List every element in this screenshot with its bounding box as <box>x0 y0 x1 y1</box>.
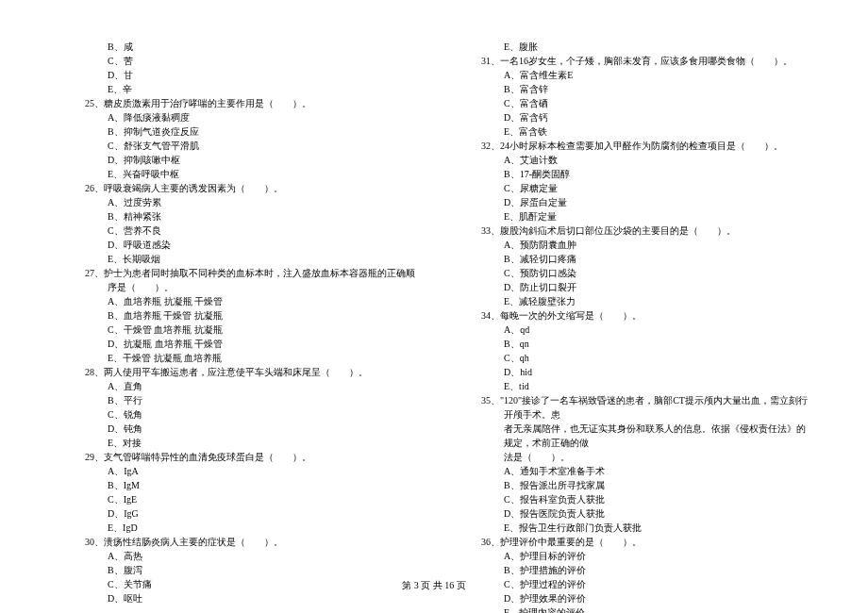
option: C、苦 <box>57 54 415 68</box>
question-28: 28、两人使用平车搬运患者，应注意使平车头端和床尾呈（ ）。 <box>57 365 415 379</box>
question-32: 32、24小时尿标本检查需要加入甲醛作为防腐剂的检查项目是（ ）。 <box>453 139 811 153</box>
option: A、通知手术室准备手术 <box>453 464 811 478</box>
option: E、IgD <box>57 521 415 535</box>
option: E、辛 <box>57 82 415 96</box>
option: C、报告科室负责人获批 <box>453 492 811 506</box>
question-35-cont: 者无亲属陪伴，也无证实其身份和联系人的信息。依据《侵权责任法》的规定，术前正确的… <box>453 422 811 450</box>
page-footer: 第 3 页 共 16 页 <box>0 579 868 592</box>
option: E、腹胀 <box>453 40 811 54</box>
question-31: 31、一名16岁女生，个子矮，胸部未发育，应该多食用哪类食物（ ）。 <box>453 54 811 68</box>
option: A、qd <box>453 323 811 337</box>
question-36: 36、护理评价中最重要的是（ ）。 <box>453 535 811 549</box>
option: E、对接 <box>57 436 415 450</box>
option: C、IgE <box>57 492 415 506</box>
option: A、过度劳累 <box>57 195 415 209</box>
option: D、钝角 <box>57 422 415 436</box>
option: D、防止切口裂开 <box>453 280 811 294</box>
question-30: 30、溃疡性结肠炎病人主要的症状是（ ）。 <box>57 535 415 549</box>
option: B、咸 <box>57 40 415 54</box>
option: C、舒张支气管平滑肌 <box>57 139 415 153</box>
option: D、护理效果的评价 <box>453 591 811 605</box>
option: B、腹泻 <box>57 563 415 577</box>
option: B、富含锌 <box>453 82 811 96</box>
option: A、血培养瓶 抗凝瓶 干燥管 <box>57 294 415 308</box>
option: C、干燥管 血培养瓶 抗凝瓶 <box>57 323 415 337</box>
option: D、尿蛋白定量 <box>453 195 811 209</box>
option: C、锐角 <box>57 407 415 422</box>
question-26: 26、呼吸衰竭病人主要的诱发因素为（ ）。 <box>57 181 415 195</box>
option: E、兴奋呼吸中枢 <box>57 167 415 181</box>
option: D、IgG <box>57 506 415 521</box>
option: E、肌酐定量 <box>453 209 811 224</box>
question-35: 35、"120"接诊了一名车祸致昏迷的患者，脑部CT提示颅内大量出血，需立刻行开… <box>453 393 811 422</box>
question-29: 29、支气管哮喘特异性的血清免疫球蛋白是（ ）。 <box>57 450 415 464</box>
option: D、抑制咳嗽中枢 <box>57 153 415 167</box>
option: B、抑制气道炎症反应 <box>57 124 415 139</box>
option: A、艾迪计数 <box>453 153 811 167</box>
option: E、富含铁 <box>453 124 811 139</box>
option: D、呕吐 <box>57 591 415 605</box>
option: B、血培养瓶 干燥管 抗凝瓶 <box>57 308 415 323</box>
option: D、富含钙 <box>453 110 811 124</box>
question-25: 25、糖皮质激素用于治疗哮喘的主要作用是（ ）。 <box>57 96 415 110</box>
option: C、尿糖定量 <box>453 181 811 195</box>
option: B、qn <box>453 337 811 351</box>
page-content: B、咸 C、苦 D、甘 E、辛 25、糖皮质激素用于治疗哮喘的主要作用是（ ）。… <box>0 0 868 613</box>
option: E、报告卫生行政部门负责人获批 <box>453 521 811 535</box>
question-27: 27、护士为患者同时抽取不同种类的血标本时，注入盛放血标本容器瓶的正确顺序是（ … <box>57 266 415 294</box>
option: C、富含硒 <box>453 96 811 110</box>
option: E、长期吸烟 <box>57 252 415 266</box>
option: E、护理内容的评价 <box>453 605 811 613</box>
option: D、报告医院负责人获批 <box>453 506 811 521</box>
option: B、报告派出所寻找家属 <box>453 478 811 492</box>
option: B、IgM <box>57 478 415 492</box>
option: B、精神紧张 <box>57 209 415 224</box>
option: B、平行 <box>57 393 415 407</box>
option: A、高热 <box>57 549 415 563</box>
option: D、呼吸道感染 <box>57 238 415 252</box>
option: C、预防切口感染 <box>453 266 811 280</box>
option: C、营养不良 <box>57 224 415 238</box>
question-33: 33、腹股沟斜疝术后切口部位压沙袋的主要目的是（ ）。 <box>453 224 811 238</box>
option: A、IgA <box>57 464 415 478</box>
right-column: E、腹胀 31、一名16岁女生，个子矮，胸部未发育，应该多食用哪类食物（ ）。 … <box>434 40 811 613</box>
option: E、干燥管 抗凝瓶 血培养瓶 <box>57 351 415 365</box>
option: C、qh <box>453 351 811 365</box>
option: A、护理目标的评价 <box>453 549 811 563</box>
option: B、17-酮类固醇 <box>453 167 811 181</box>
option: E、减轻腹壁张力 <box>453 294 811 308</box>
option: D、hid <box>453 365 811 379</box>
option: E、tid <box>453 379 811 393</box>
option: D、抗凝瓶 血培养瓶 干燥管 <box>57 337 415 351</box>
option: B、护理措施的评价 <box>453 563 811 577</box>
question-34: 34、每晚一次的外文缩写是（ ）。 <box>453 308 811 323</box>
option: D、甘 <box>57 68 415 82</box>
option: B、减轻切口疼痛 <box>453 252 811 266</box>
question-35-cont: 法是（ ）。 <box>453 450 811 464</box>
option: A、直角 <box>57 379 415 393</box>
left-column: B、咸 C、苦 D、甘 E、辛 25、糖皮质激素用于治疗哮喘的主要作用是（ ）。… <box>57 40 434 613</box>
option: A、富含维生素E <box>453 68 811 82</box>
option: A、降低痰液黏稠度 <box>57 110 415 124</box>
option: A、预防阴囊血肿 <box>453 238 811 252</box>
